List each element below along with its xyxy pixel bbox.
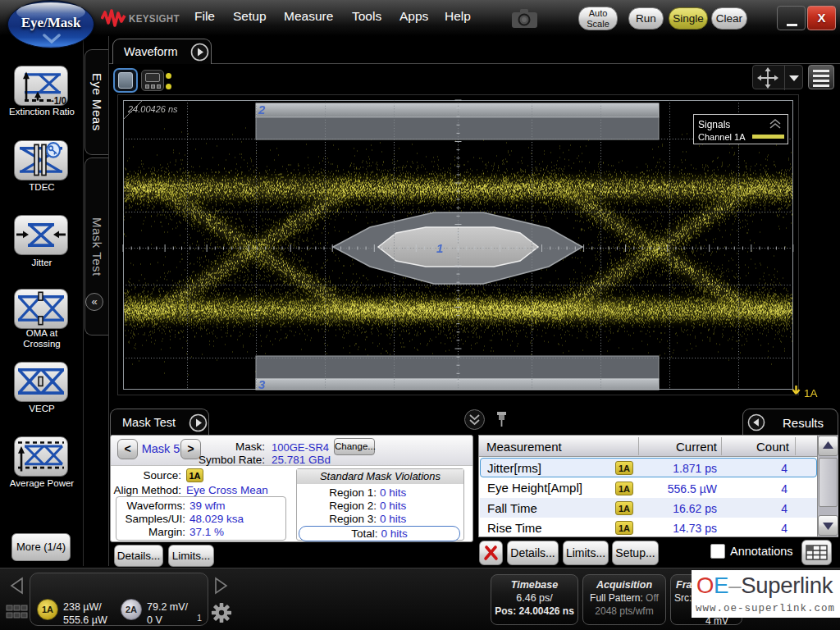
svg-text:Signals: Signals xyxy=(698,119,730,130)
svg-text:24.00426 ns: 24.00426 ns xyxy=(127,104,178,114)
svg-text:3: 3 xyxy=(258,377,266,391)
svg-text:1: 1 xyxy=(436,241,443,255)
svg-text:2: 2 xyxy=(258,103,266,116)
svg-text:Channel 1A: Channel 1A xyxy=(698,132,746,142)
svg-text:1A: 1A xyxy=(804,387,818,399)
svg-text:-1/0: -1/0 xyxy=(51,95,66,105)
